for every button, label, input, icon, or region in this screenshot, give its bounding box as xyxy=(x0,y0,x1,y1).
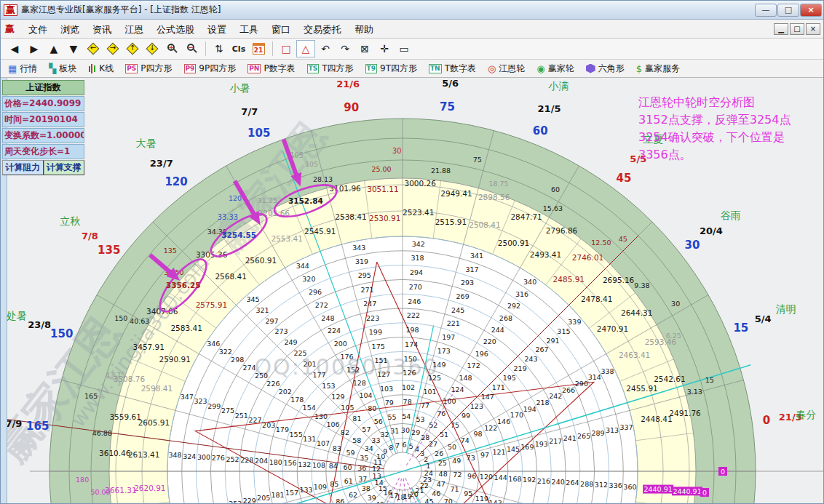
9t-square-icon: T9 xyxy=(365,64,377,73)
diamond-down-button[interactable]: ↓ xyxy=(143,40,162,57)
calc-support-button[interactable]: 计算支撑 xyxy=(44,160,85,175)
quotes-icon: ▦ xyxy=(8,64,17,73)
module-winner-wheel[interactable]: ◉赢家轮 xyxy=(536,63,574,75)
spiral-number: 273 xyxy=(274,327,288,335)
screen-button[interactable]: ▭ xyxy=(395,40,413,57)
spiral-number: 144 xyxy=(494,473,507,481)
menu-item-tools[interactable]: 工具 xyxy=(233,23,265,36)
crosshair-button[interactable]: ✛ xyxy=(375,40,394,57)
box-x-button[interactable]: ⊠ xyxy=(355,40,374,57)
inner-price-label: 2568.41 xyxy=(215,272,246,281)
spiral-number: 107 xyxy=(317,439,330,447)
spiral-number: 341 xyxy=(470,252,483,260)
spiral-number: 200 xyxy=(334,340,347,348)
module-9p-square[interactable]: P99P四方形 xyxy=(184,63,237,75)
spiral-number: 35 xyxy=(360,454,368,462)
spiral-number: 143 xyxy=(489,499,502,504)
inner-price-label: 2478.41 xyxy=(581,295,612,303)
spiral-number: 32 xyxy=(380,431,389,439)
outer-degree-label: 75 xyxy=(440,100,455,113)
diamond-left-button[interactable]: ← xyxy=(84,40,103,57)
zoom-out-button[interactable]: − xyxy=(182,40,201,57)
instrument-title: 上证指数 xyxy=(2,80,84,95)
spiral-number: 81 xyxy=(352,415,361,423)
title-bar: 赢 赢家江恩专业版[赢家服务平台] - [上证指数 江恩轮] — □ × xyxy=(1,1,824,20)
spiral-number: 299 xyxy=(207,402,221,410)
module-t-number-table[interactable]: TNT数字表 xyxy=(429,63,476,75)
gann-wheel-icon: ◎ xyxy=(488,64,496,73)
module-winner-service[interactable]: $赢家服务 xyxy=(636,63,680,75)
back-arrow-button[interactable]: ◀ xyxy=(5,40,24,57)
calc-resistance-button[interactable]: 计算阻力 xyxy=(2,160,44,175)
module-t-square[interactable]: TST四方形 xyxy=(307,63,354,75)
menu-item-help[interactable]: 帮助 xyxy=(348,23,380,36)
percent-label: 12.50 xyxy=(591,239,611,247)
menu-item-window[interactable]: 窗口 xyxy=(265,23,297,36)
module-quotes[interactable]: ▦行情 xyxy=(8,63,37,75)
module-label: 行情 xyxy=(20,63,37,75)
maximize-button[interactable]: □ xyxy=(777,4,799,17)
spiral-number: 221 xyxy=(447,319,460,327)
spiral-number: 62 xyxy=(349,491,357,499)
spiral-number: 83 xyxy=(333,444,341,452)
square-shape-button[interactable]: □ xyxy=(277,40,296,57)
annotation-line: 3152点支撑，反弹至3254点 xyxy=(638,111,824,129)
spiral-number: 131 xyxy=(303,435,316,443)
rotate-ccw-button[interactable]: ↶ xyxy=(316,40,335,57)
vertical-range-button[interactable]: ⇅ xyxy=(210,40,229,57)
menu-item-gann[interactable]: 江恩 xyxy=(118,23,150,36)
cls-button[interactable]: Cls xyxy=(229,40,248,57)
menu-item-browse[interactable]: 浏览 xyxy=(54,23,86,36)
diamond-up-button[interactable]: ↑ xyxy=(123,40,142,57)
highlighted-level-value: 3152.84 xyxy=(288,196,323,205)
spiral-number: 242 xyxy=(549,392,562,400)
spiral-number: 96 xyxy=(467,472,476,480)
module-sectors[interactable]: ▚板块 xyxy=(49,63,76,75)
mdi-close-button[interactable]: × xyxy=(806,23,820,35)
spiral-number: 146 xyxy=(497,417,510,425)
spiral-number: 51 xyxy=(440,431,448,439)
menu-item-news[interactable]: 资讯 xyxy=(86,23,118,36)
calendar-button[interactable]: 21 xyxy=(249,40,268,57)
module-kline[interactable]: K线 xyxy=(88,63,114,75)
9p-square-icon: P9 xyxy=(184,64,197,73)
kline-icon xyxy=(88,64,96,73)
spiral-number: 148 xyxy=(459,374,472,382)
inner-price-label: 2620.91 xyxy=(134,484,165,492)
close-button[interactable]: × xyxy=(800,4,822,17)
up-triangle-button[interactable]: ▲ xyxy=(44,40,63,57)
spiral-number: 181 xyxy=(272,491,285,499)
extra-label: 33.33 xyxy=(218,213,238,221)
spiral-number: 119 xyxy=(475,495,488,503)
module-gann-wheel[interactable]: ◎江恩轮 xyxy=(488,63,525,75)
forward-arrow-button[interactable]: ▶ xyxy=(25,40,44,57)
module-p-number-table[interactable]: PNP数字表 xyxy=(247,63,295,75)
menu-item-settings[interactable]: 设置 xyxy=(201,23,233,36)
spiral-number: 199 xyxy=(369,328,382,336)
module-9t-square[interactable]: T99T四方形 xyxy=(365,63,417,75)
spiral-number: 73 xyxy=(467,454,475,462)
spiral-number: 268 xyxy=(499,314,512,322)
rotate-cw-button[interactable]: ↷ xyxy=(336,40,354,57)
spiral-number: 222 xyxy=(407,311,420,319)
down-triangle-button[interactable]: ▼ xyxy=(64,40,83,57)
spiral-number: 346 xyxy=(207,340,220,348)
inner-price-label: 2470.91 xyxy=(597,324,628,333)
spiral-number: 348 xyxy=(168,451,181,459)
spiral-number: 120 xyxy=(480,473,493,481)
module-hexagon[interactable]: 六角形 xyxy=(586,63,625,75)
spiral-number: 2 xyxy=(424,455,428,463)
module-p-square[interactable]: PSP四方形 xyxy=(125,63,172,75)
diamond-right-button[interactable]: → xyxy=(103,40,122,57)
menu-item-formula-stock-pick[interactable]: 公式选股 xyxy=(150,23,201,36)
spiral-number: 321 xyxy=(255,306,269,314)
menu-item-file[interactable]: 文件 xyxy=(22,23,54,36)
menu-item-trade-entrust[interactable]: 交易委托 xyxy=(297,23,348,36)
mdi-restore-button[interactable]: □ xyxy=(790,23,804,35)
spiral-number: 128 xyxy=(353,379,366,387)
triangle-shape-button[interactable]: △ xyxy=(296,40,315,57)
zoom-in-button[interactable]: + xyxy=(162,40,181,57)
minimize-button[interactable]: — xyxy=(755,4,777,17)
mdi-minimize-button[interactable]: ▁ xyxy=(774,23,788,35)
winner-wheel-icon: ◉ xyxy=(536,64,544,73)
